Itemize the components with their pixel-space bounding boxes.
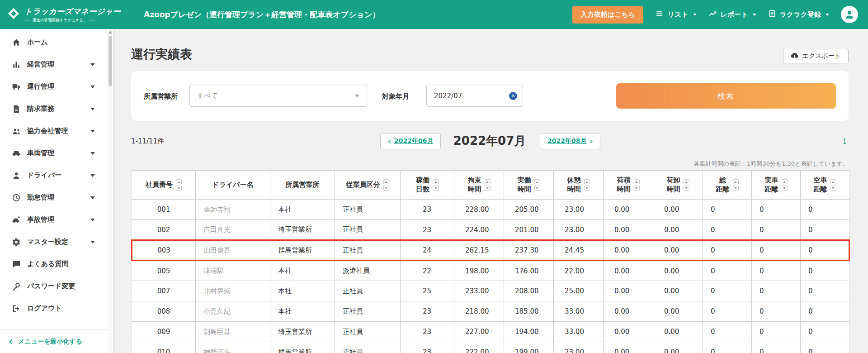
sort-icon[interactable]	[584, 179, 590, 191]
sort-icon[interactable]	[485, 179, 491, 191]
sort-icon[interactable]	[176, 179, 182, 191]
scrollbar-thumb[interactable]	[108, 36, 112, 86]
menu-register[interactable]: ラクラク登録	[768, 10, 829, 19]
scroll-up-icon[interactable]	[108, 31, 112, 33]
minimize-menu-button[interactable]: メニューを最小化する	[0, 329, 113, 353]
column-header-driver-name: ドライバー名	[196, 171, 270, 200]
column-header-working-days[interactable]: 稼働日数	[401, 171, 454, 200]
column-header-empty-distance[interactable]: 空車距離	[801, 171, 849, 200]
results-table: 社員番号 ドライバー名 所属営業所 従業員区分 稼働日数 拘束時間 実働時間 休…	[131, 170, 849, 353]
clear-icon[interactable]: ✕	[509, 92, 517, 100]
prev-month-label: 2022年06月	[394, 137, 433, 145]
avatar[interactable]	[841, 6, 858, 23]
sidebar-scrollbar[interactable]	[108, 29, 113, 353]
month-filter-label: 対象年月	[382, 92, 409, 101]
page-number[interactable]: 1	[842, 138, 847, 146]
sidebar-item-operation[interactable]: 運行管理	[0, 76, 113, 98]
office-filter-label: 所属営業所	[144, 92, 178, 101]
sort-icon[interactable]	[634, 179, 640, 191]
sidebar-item-vehicles[interactable]: 車両管理	[0, 142, 113, 164]
table-cell: 小見久紀	[196, 301, 270, 322]
key-icon	[12, 282, 21, 291]
table-cell: 0	[703, 220, 752, 240]
main-content: 運行実績表 エクスポート 所属営業所 すべて 対象年月 2022/07 ✕ 検索…	[113, 29, 868, 353]
sidebar-item-change-password[interactable]: パスワード変更	[0, 275, 113, 297]
export-button[interactable]: エクスポート	[783, 49, 849, 63]
table-cell: 0.00	[604, 342, 653, 353]
input-request-button[interactable]: 入力依頼はこちら	[572, 6, 643, 24]
table-cell: 228.00	[454, 200, 504, 220]
table-cell: 0	[703, 322, 752, 342]
table-cell: 吉田真光	[196, 220, 270, 240]
table-row: 008小見久紀本社正社員23218.00185.0033.000.000.000…	[132, 301, 849, 322]
select-caret-box	[347, 85, 367, 106]
table-cell: 0	[703, 301, 752, 322]
sidebar-item-logout[interactable]: ログアウト	[0, 297, 113, 320]
next-month-label: 2022年08月	[547, 137, 586, 145]
menu-report[interactable]: レポート	[708, 10, 756, 20]
table-cell: 23.00	[554, 342, 604, 353]
sort-icon[interactable]	[830, 179, 836, 191]
sidebar-item-management[interactable]: 経営管理	[0, 53, 113, 76]
table-cell: 正社員	[335, 220, 401, 240]
sort-icon[interactable]	[433, 179, 439, 191]
table-cell: 237.30	[504, 240, 554, 261]
chevron-left-icon	[9, 339, 14, 344]
search-button[interactable]: 検索	[616, 83, 836, 109]
next-month-button[interactable]: 2022年08月 ›	[540, 133, 600, 149]
table-cell: 194.00	[504, 322, 554, 342]
column-header-loading-hours[interactable]: 荷積時間	[604, 171, 653, 200]
sidebar-item-label: ホーム	[27, 38, 48, 47]
table-cell: 199.00	[504, 342, 554, 353]
column-header-total-distance[interactable]: 総距離	[703, 171, 752, 200]
table-cell: 正社員	[335, 200, 401, 220]
list-icon	[655, 10, 664, 20]
table-cell: 北村晃崇	[196, 281, 270, 301]
table-cell: 0	[703, 240, 752, 261]
office-select[interactable]: すべて	[189, 85, 367, 107]
table-cell: 0.00	[604, 261, 653, 281]
invoice-icon	[12, 105, 21, 114]
sidebar-item-billing[interactable]: 請求業務	[0, 98, 113, 120]
table-cell: 0.00	[604, 301, 653, 322]
table-cell: 0.00	[653, 301, 703, 322]
sidebar-item-accidents[interactable]: 事故管理	[0, 209, 113, 231]
column-header-actual-hours[interactable]: 実働時間	[504, 171, 554, 200]
sidebar-item-drivers[interactable]: ドライバー	[0, 164, 113, 186]
sort-icon[interactable]	[733, 179, 739, 191]
cloud-upload-icon	[791, 52, 798, 61]
menu-list[interactable]: リスト	[655, 10, 696, 20]
column-header-restraint-hours[interactable]: 拘束時間	[454, 171, 504, 200]
sort-icon[interactable]	[684, 179, 689, 191]
sidebar-item-attendance[interactable]: 勤怠管理	[0, 186, 113, 209]
chevron-left-icon: ‹	[388, 137, 391, 146]
sidebar-item-home[interactable]: ホーム	[0, 31, 113, 53]
month-input[interactable]: 2022/07 ✕	[426, 85, 523, 107]
table-row: 009副島巨基埼玉営業所正社員23227.00194.0033.000.000.…	[132, 322, 849, 342]
sort-icon[interactable]	[782, 179, 788, 191]
logo-diamond-icon	[7, 7, 20, 22]
chevron-down-icon	[90, 219, 95, 221]
app-logo[interactable]: トラッカーズマネージャー 運送の管理業務をラクにする。	[0, 6, 113, 23]
table-cell: 176.00	[504, 261, 554, 281]
chevron-down-icon	[753, 14, 756, 16]
column-header-loaded-distance[interactable]: 実車距離	[752, 171, 801, 200]
column-header-employee-type[interactable]: 従業員区分	[335, 171, 401, 200]
sidebar-item-faq[interactable]: よくある質問	[0, 253, 113, 275]
prev-month-button[interactable]: ‹ 2022年06月	[380, 133, 441, 149]
table-cell: 0	[752, 200, 801, 220]
table-cell: 0	[752, 281, 801, 301]
sidebar-item-partners[interactable]: 協力会社管理	[0, 120, 113, 142]
table-cell: 0.00	[604, 200, 653, 220]
table-cell: 正社員	[335, 322, 401, 342]
header-actions: 入力依頼はこちら リスト レポート ラクラク登録	[572, 6, 868, 24]
column-header-employee-id[interactable]: 社員番号	[132, 171, 196, 200]
plan-title: Azoopプレゼン（運行管理プラン＋経営管理・配車表オプション）	[144, 10, 380, 20]
column-header-break-hours[interactable]: 休憩時間	[554, 171, 604, 200]
table-cell: 0.00	[604, 281, 653, 301]
column-header-unloading-hours[interactable]: 荷卸時間	[653, 171, 703, 200]
chevron-down-icon	[693, 14, 697, 16]
sort-icon[interactable]	[383, 179, 389, 191]
sidebar-item-master-settings[interactable]: マスター設定	[0, 231, 113, 253]
sort-icon[interactable]	[534, 179, 540, 191]
